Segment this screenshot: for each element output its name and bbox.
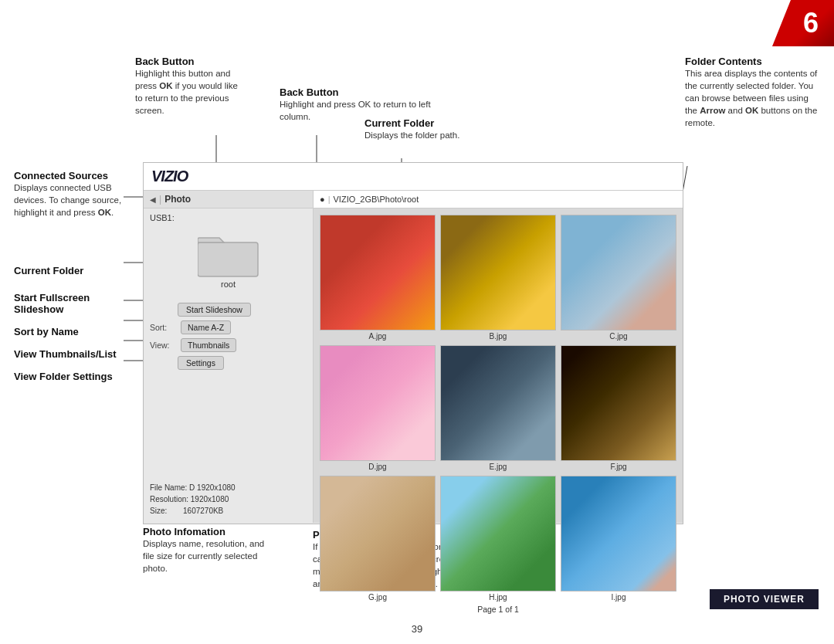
- sort-by-name-annotation: Sort by Name: [14, 326, 134, 337]
- nav-photo-label: Photo: [164, 194, 191, 205]
- usb-label: USB1:: [147, 212, 310, 224]
- photo-grid: A.jpgB.jpgC.jpgD.jpgE.jpgF.jpgG.jpgH.jpg…: [320, 215, 676, 602]
- connected-sources-body: Displays connected USB devices. To chang…: [14, 181, 134, 219]
- sort-value-button[interactable]: Name A-Z: [181, 320, 231, 334]
- svg-rect-12: [198, 242, 258, 276]
- photo-cell[interactable]: B.jpg: [440, 215, 556, 341]
- left-sidebar: USB1: root Start Slideshow Sort: Name A-…: [144, 208, 314, 523]
- settings-button[interactable]: Settings: [178, 356, 224, 370]
- nav-path-separator: |: [328, 195, 331, 204]
- photo-thumbnail: [440, 345, 556, 461]
- slideshow-row: Start Slideshow: [150, 303, 307, 317]
- folder-name: root: [221, 280, 236, 289]
- sort-label: Sort:: [150, 323, 178, 332]
- photo-information-annotation: Photo Infomation Displays name, resoluti…: [143, 526, 266, 575]
- photo-cell[interactable]: H.jpg: [440, 476, 556, 602]
- view-label: View:: [150, 341, 178, 350]
- photo-label: G.jpg: [368, 593, 387, 602]
- nav-right: ● | VIZIO_2GB\Photo\root: [314, 191, 683, 208]
- photo-viewer-badge: PHOTO VIEWER: [710, 589, 819, 609]
- photo-thumbnail: [320, 345, 436, 461]
- photo-thumbnail: [440, 215, 556, 330]
- photo-thumbnail: [561, 215, 676, 330]
- start-slideshow-button[interactable]: Start Slideshow: [178, 303, 251, 317]
- folder-svg-icon: [198, 232, 259, 278]
- photo-label: E.jpg: [490, 463, 507, 471]
- photo-thumbnail: [320, 476, 436, 591]
- photo-viewer-label: PHOTO VIEWER: [724, 594, 805, 605]
- ui-panel: VIZIO ◀ | Photo ● | VIZIO_2GB\Photo\root…: [143, 162, 683, 524]
- current-folder-top-title: Current Folder: [364, 117, 500, 129]
- photo-thumbnail: [561, 345, 676, 461]
- sort-by-name-title: Sort by Name: [14, 326, 134, 337]
- back-button-left-title: Back Button: [135, 56, 247, 67]
- back-button-left-body: Highlight this button and press OK if yo…: [135, 67, 247, 117]
- view-folder-settings-title: View Folder Settings: [14, 371, 134, 382]
- current-folder-top-annotation: Current Folder Displays the folder path.: [364, 117, 500, 141]
- start-fullscreen-annotation: Start FullscreenSlideshow: [14, 292, 134, 315]
- photo-thumbnail: [440, 476, 556, 591]
- nav-back-arrow[interactable]: ◀: [150, 195, 156, 204]
- photo-thumbnail: [561, 476, 676, 591]
- connected-sources-title: Connected Sources: [14, 170, 134, 181]
- photo-label: C.jpg: [609, 332, 627, 341]
- controls-area: Start Slideshow Sort: Name A-Z View: Thu…: [147, 300, 310, 373]
- vizio-header: VIZIO: [144, 163, 683, 191]
- start-fullscreen-title: Start FullscreenSlideshow: [14, 292, 134, 315]
- back-button-top-title: Back Button: [280, 86, 446, 98]
- photo-cell[interactable]: F.jpg: [561, 345, 676, 471]
- photo-label: F.jpg: [610, 463, 626, 471]
- current-folder-top-body: Displays the folder path.: [364, 129, 500, 141]
- view-value-button[interactable]: Thumbnails: [181, 338, 236, 352]
- back-button-left-annotation: Back Button Highlight this button and pr…: [135, 56, 247, 117]
- nav-left-divider: |: [159, 194, 161, 205]
- file-size-row: Size: 1607270KB: [150, 505, 307, 517]
- page-info-bar[interactable]: Page 1 of 1: [320, 602, 676, 614]
- file-resolution-row: Resolution: 1920x1080: [150, 493, 307, 505]
- settings-row: Settings: [150, 356, 307, 370]
- nav-bar: ◀ | Photo ● | VIZIO_2GB\Photo\root: [144, 191, 683, 208]
- photo-cell[interactable]: C.jpg: [561, 215, 676, 341]
- sort-row: Sort: Name A-Z: [150, 320, 307, 334]
- photo-cell[interactable]: I.jpg: [561, 476, 676, 602]
- left-annotations-column: Connected Sources Displays connected USB…: [14, 170, 134, 382]
- photo-label: I.jpg: [612, 593, 626, 602]
- current-folder-left-annotation: Current Folder: [14, 265, 134, 276]
- photo-cell[interactable]: D.jpg: [320, 345, 436, 471]
- folder-contents-annotation: Folder Contents This area displays the c…: [685, 56, 820, 129]
- right-content: A.jpgB.jpgC.jpgD.jpgE.jpgF.jpgG.jpgH.jpg…: [314, 208, 683, 523]
- photo-thumbnail: [320, 215, 436, 330]
- photo-cell[interactable]: E.jpg: [440, 345, 556, 471]
- folder-contents-title: Folder Contents: [685, 56, 820, 67]
- nav-path: VIZIO_2GB\Photo\root: [334, 195, 419, 204]
- view-thumbnails-annotation: View Thumbnails/List: [14, 348, 134, 360]
- photo-label: D.jpg: [368, 463, 386, 471]
- folder-contents-body: This area displays the contents of the c…: [685, 67, 820, 129]
- nav-left: ◀ | Photo: [144, 191, 314, 208]
- panel-body: USB1: root Start Slideshow Sort: Name A-…: [144, 208, 683, 523]
- view-row: View: Thumbnails: [150, 338, 307, 352]
- photo-info-body: Displays name, resolution, and file size…: [143, 537, 266, 575]
- photo-label: H.jpg: [489, 593, 507, 602]
- photo-info-title: Photo Infomation: [143, 526, 266, 537]
- photo-cell[interactable]: G.jpg: [320, 476, 436, 602]
- file-info: File Name: D 1920x1080 Resolution: 1920x…: [147, 479, 310, 520]
- vizio-logo: VIZIO: [151, 168, 188, 185]
- size-label: Size:: [150, 507, 167, 515]
- folder-icon-container: root: [198, 232, 259, 289]
- page-badge: 6: [772, 0, 834, 46]
- photo-cell[interactable]: A.jpg: [320, 215, 436, 341]
- page-badge-number: 6: [803, 7, 819, 39]
- file-name-row: File Name: D 1920x1080: [150, 482, 307, 493]
- page-number: 39: [412, 623, 422, 635]
- nav-path-arrow: ●: [320, 195, 325, 204]
- photo-label: B.jpg: [490, 332, 507, 341]
- connected-sources-annotation: Connected Sources Displays connected USB…: [14, 170, 134, 219]
- current-folder-left-title: Current Folder: [14, 265, 134, 276]
- view-folder-settings-annotation: View Folder Settings: [14, 371, 134, 382]
- photo-label: A.jpg: [369, 332, 387, 341]
- bottom-bar: 39: [0, 613, 834, 644]
- size-value: 1607270KB: [183, 507, 223, 515]
- view-thumbnails-title: View Thumbnails/List: [14, 348, 134, 360]
